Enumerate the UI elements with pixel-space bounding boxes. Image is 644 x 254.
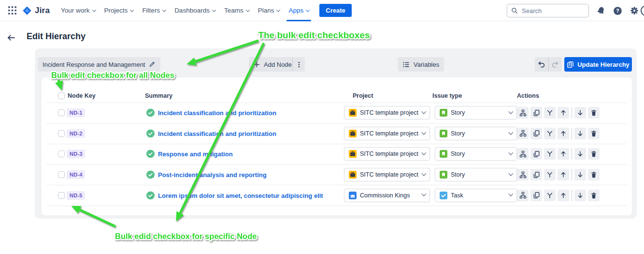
summary-link[interactable]: Incident classification and prioritizati… — [158, 109, 276, 117]
nav-item-your-work[interactable]: Your work — [57, 0, 100, 21]
branch-icon — [546, 109, 553, 116]
project-select[interactable]: SITC template project — [344, 127, 430, 140]
story-type-icon — [440, 109, 447, 117]
select-all-checkbox[interactable] — [58, 92, 65, 99]
copy-node-button[interactable] — [530, 148, 542, 160]
delete-node-button[interactable] — [588, 169, 600, 180]
nav-menu: Your workProjectsFiltersDashboardsTeamsP… — [57, 0, 314, 21]
move-down-button[interactable] — [574, 107, 586, 119]
nav-item-filters[interactable]: Filters — [138, 0, 170, 21]
move-down-button[interactable] — [574, 190, 586, 201]
branch-node-button[interactable] — [544, 190, 556, 201]
undo-button[interactable] — [535, 57, 548, 72]
nav-item-apps[interactable]: Apps — [284, 0, 314, 21]
delete-node-button[interactable] — [588, 190, 600, 201]
add-child-node-button[interactable] — [517, 128, 529, 139]
move-up-button[interactable] — [558, 107, 569, 119]
add-child-node-button[interactable] — [517, 107, 529, 119]
summary-link[interactable]: Response and mitigation — [158, 150, 233, 158]
nav-item-plans[interactable]: Plans — [254, 0, 285, 21]
summary-link[interactable]: Incident classification and prioritizati… — [158, 130, 276, 137]
redo-button[interactable] — [549, 57, 562, 72]
add-child-node-button[interactable] — [517, 190, 529, 201]
project-select[interactable]: Commission Kings — [344, 189, 430, 202]
row-checkbox[interactable] — [58, 171, 65, 178]
move-up-button[interactable] — [558, 148, 569, 160]
copy-icon — [533, 171, 540, 179]
branch-node-button[interactable] — [544, 148, 556, 160]
copy-node-button[interactable] — [530, 169, 542, 180]
issue-type-select-value: Task — [451, 192, 506, 199]
row-actions — [517, 190, 600, 201]
chevron-down-icon — [421, 130, 426, 134]
move-down-button[interactable] — [574, 148, 586, 160]
search-box — [507, 4, 589, 17]
delete-node-button[interactable] — [588, 148, 600, 160]
delete-node-button[interactable] — [588, 128, 600, 139]
branch-icon — [546, 130, 553, 137]
move-up-button[interactable] — [558, 190, 569, 201]
actions-divider — [572, 128, 572, 139]
move-down-button[interactable] — [574, 169, 586, 180]
branch-icon — [546, 150, 553, 157]
variables-button[interactable]: Variables — [398, 57, 444, 72]
row-actions — [517, 107, 600, 119]
chevron-down-icon — [421, 109, 426, 114]
row-checkbox[interactable] — [58, 109, 65, 116]
table-row: ND-4 Post-incident analysis and reportin… — [42, 164, 632, 185]
arrow-down-icon — [577, 171, 584, 178]
nav-item-projects[interactable]: Projects — [100, 0, 138, 21]
row-checkbox[interactable] — [58, 150, 65, 157]
hierarchy-card: Incident Response and Management Add Nod… — [35, 48, 637, 219]
hierarchy-title-chip[interactable]: Incident Response and Management — [38, 57, 160, 72]
row-checkbox[interactable] — [58, 130, 65, 137]
project-select-value: SITC template project — [360, 109, 419, 116]
copy-node-button[interactable] — [530, 190, 542, 201]
summary-link[interactable]: Post-incident analysis and reporting — [158, 171, 267, 179]
search-input[interactable] — [507, 4, 589, 17]
sitemap-icon — [519, 130, 527, 137]
notifications-bell-icon[interactable] — [597, 6, 605, 15]
project-select-value: SITC template project — [360, 150, 419, 157]
branch-node-button[interactable] — [544, 128, 556, 139]
add-child-node-button[interactable] — [517, 169, 529, 180]
back-button[interactable] — [7, 33, 15, 42]
settings-gear-icon[interactable] — [630, 6, 639, 15]
copy-node-button[interactable] — [530, 128, 542, 139]
sitemap-icon — [519, 171, 527, 179]
issue-type-select[interactable]: Story — [435, 168, 517, 181]
help-icon[interactable]: ? — [613, 6, 622, 15]
move-up-button[interactable] — [558, 169, 569, 180]
delete-node-button[interactable] — [588, 107, 600, 119]
branch-node-button[interactable] — [544, 107, 556, 119]
issue-type-select[interactable]: Story — [435, 127, 517, 140]
update-hierarchy-button[interactable]: Update Hierarchy — [564, 57, 632, 72]
row-checkbox[interactable] — [58, 192, 65, 199]
add-node-button[interactable]: Add Node — [249, 57, 297, 72]
more-options-button[interactable] — [293, 57, 305, 72]
project-select[interactable]: SITC template project — [344, 106, 430, 120]
edit-pencil-icon[interactable] — [149, 61, 156, 68]
issue-type-select[interactable]: Story — [435, 106, 517, 120]
nav-item-teams[interactable]: Teams — [220, 0, 254, 21]
jira-logo[interactable]: Jira — [22, 6, 50, 15]
move-up-button[interactable] — [558, 128, 569, 139]
move-down-button[interactable] — [574, 128, 586, 139]
chevron-down-icon — [276, 8, 280, 12]
task-type-icon — [440, 192, 447, 199]
app-switcher-icon[interactable] — [6, 0, 18, 21]
add-child-node-button[interactable] — [517, 148, 529, 160]
branch-node-button[interactable] — [544, 169, 556, 180]
search-icon — [511, 7, 518, 14]
issue-type-select[interactable]: Story — [435, 147, 517, 161]
nav-item-dashboards[interactable]: Dashboards — [170, 0, 220, 21]
project-select[interactable]: SITC template project — [344, 147, 430, 161]
table-row: ND-3 Response and mitigation SITC templa… — [42, 144, 632, 164]
create-button[interactable]: Create — [319, 4, 351, 17]
summary-link[interactable]: Lorem ipsum dolor sit amet, consectetur … — [158, 192, 323, 199]
issue-type-select[interactable]: Task — [435, 189, 517, 202]
copy-node-button[interactable] — [530, 107, 542, 119]
toolbar-divider — [292, 57, 293, 72]
project-select[interactable]: SITC template project — [344, 168, 430, 181]
node-key-badge: ND-1 — [67, 108, 85, 117]
